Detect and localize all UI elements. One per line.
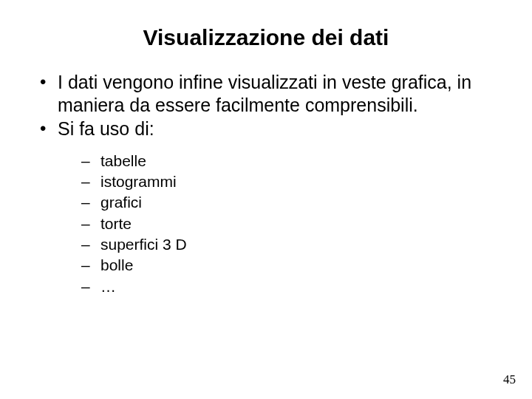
sub-bullet-text: superfici 3 D [100,236,187,253]
sub-bullet-text: grafici [100,194,142,211]
sub-bullet-item: tabelle [75,151,497,171]
bullet-list: I dati vengono infine visualizzati in ve… [35,71,497,297]
sub-bullet-item: grafici [75,192,497,213]
sub-bullet-text: tabelle [100,152,146,169]
bullet-item: I dati vengono infine visualizzati in ve… [37,71,497,116]
sub-bullet-item: bolle [75,255,497,276]
sub-bullet-list: tabelle istogrammi grafici torte superfi… [58,151,497,297]
sub-bullet-text: torte [100,215,132,232]
bullet-item: Si fa uso di: tabelle istogrammi grafici… [37,117,497,297]
sub-bullet-item: torte [75,214,497,234]
bullet-text: I dati vengono infine visualizzati in ve… [58,72,471,115]
sub-bullet-item: superfici 3 D [75,234,497,255]
sub-bullet-text: bolle [100,256,133,273]
sub-bullet-text: istogrammi [100,173,177,190]
page-number: 45 [503,372,516,387]
sub-bullet-item: … [75,276,497,297]
slide: Visualizzazione dei dati I dati vengono … [0,0,532,399]
sub-bullet-text: … [100,278,116,295]
slide-title: Visualizzazione dei dati [35,25,497,50]
bullet-text: Si fa uso di: [58,118,154,139]
sub-bullet-item: istogrammi [75,171,497,192]
